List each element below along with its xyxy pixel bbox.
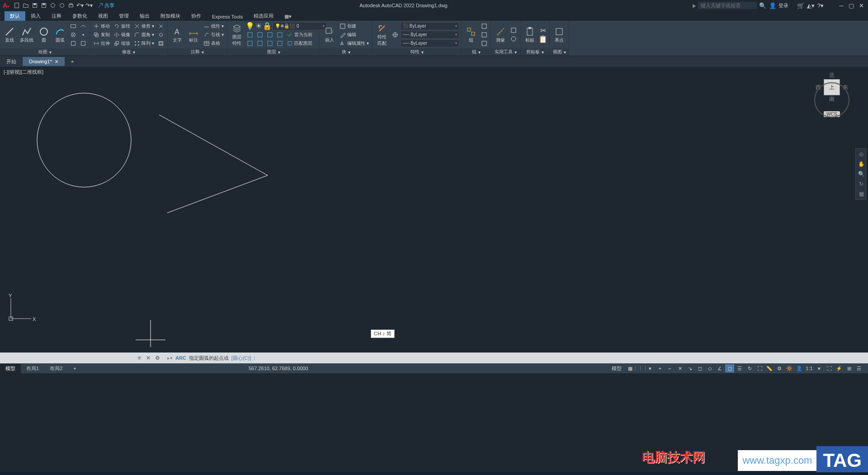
tab-parametric[interactable]: 参数化 xyxy=(67,11,93,21)
layout2-tab[interactable]: 布局2 xyxy=(44,364,68,373)
tab-featured[interactable]: 精选应用 xyxy=(248,11,279,21)
layer-i8-icon[interactable] xyxy=(275,39,284,47)
view-cube[interactable]: 北 西 上 东 南 WCS xyxy=(809,71,854,135)
drawing-viewport[interactable]: [-][俯视][二维线框] 北 西 上 东 南 WCS ◎ ✋ 🔍 ↻ ▦ Y … xyxy=(0,67,868,353)
linetype-selector[interactable]: ── ByLayer▾ xyxy=(401,39,459,47)
cycle-icon[interactable]: ↻ xyxy=(745,364,754,372)
tab-add-button[interactable]: + xyxy=(65,57,80,66)
pan-icon[interactable]: ✋ xyxy=(857,160,866,169)
copy-button[interactable]: 复制 xyxy=(92,31,111,39)
tab-view[interactable]: 视图 xyxy=(93,11,113,21)
scale-button[interactable]: 缩放 xyxy=(112,39,132,47)
table-button[interactable]: 表格 xyxy=(202,39,225,47)
tab-default[interactable]: 默认 xyxy=(5,11,25,21)
command-option[interactable]: [圆心(C)] xyxy=(231,355,251,362)
layer-props-button[interactable]: 图层 特性 xyxy=(229,22,245,47)
make-current-button[interactable]: 置为当前 xyxy=(285,31,314,39)
group-i2-icon[interactable] xyxy=(480,31,489,39)
layer-i5-icon[interactable] xyxy=(245,39,255,47)
stretch-button[interactable]: 拉伸 xyxy=(92,39,111,47)
zoom-extents-icon[interactable]: 🔍 xyxy=(857,169,866,179)
3dosnap-icon[interactable]: ◇ xyxy=(705,364,714,372)
edit-attr-button[interactable]: A编辑属性▾ xyxy=(338,39,370,47)
ws-icon[interactable]: ⚙ xyxy=(775,364,784,372)
infer-icon[interactable]: ▾ xyxy=(646,364,655,372)
command-line[interactable]: ≡ ✕ ⚙ ▸▾ ARC 指定圆弧的起点或 [圆心(C)] : xyxy=(0,353,868,363)
insert-block-button[interactable]: 插入 xyxy=(322,25,337,44)
new-icon[interactable] xyxy=(13,1,21,9)
cmd-cust-icon[interactable]: ⚙ xyxy=(154,354,161,362)
login-label[interactable]: 登录 xyxy=(778,2,788,9)
tab-output[interactable]: 输出 xyxy=(134,11,155,21)
paste-button[interactable]: 粘贴 xyxy=(522,25,538,44)
minimize-button[interactable]: ─ xyxy=(837,1,845,9)
iso2-icon[interactable]: ⊞ xyxy=(844,364,854,372)
cloud2-icon[interactable] xyxy=(58,1,66,9)
dyn-icon[interactable]: + xyxy=(656,364,665,372)
tab-manage[interactable]: 管理 xyxy=(113,11,134,21)
layer-selector[interactable]: 💡❄🔓⬛ 0▾ xyxy=(273,22,327,30)
group-i1-icon[interactable] xyxy=(480,22,489,30)
anno-icon[interactable]: ⛶ xyxy=(755,364,764,372)
cust-icon[interactable]: ▾ xyxy=(815,364,824,372)
move-button[interactable]: 移动 xyxy=(92,22,111,30)
offset-icon[interactable] xyxy=(156,39,165,47)
color-selector[interactable]: ⬛ ByLayer▾ xyxy=(401,22,459,30)
util-i2-icon[interactable] xyxy=(509,35,518,43)
match-layer-button[interactable]: 匹配图层 xyxy=(285,39,314,47)
copy-clip-icon[interactable]: 📋 xyxy=(538,35,547,43)
base-button[interactable]: 基点 xyxy=(552,25,567,44)
iso-icon[interactable]: ↘ xyxy=(685,364,694,372)
spline-icon[interactable] xyxy=(79,22,88,30)
edit-block-button[interactable]: 编辑 xyxy=(338,31,370,39)
erase-icon[interactable] xyxy=(156,22,165,30)
lineweight-selector[interactable]: ── ByLayer▾ xyxy=(401,31,459,39)
polyline-button[interactable]: 多段线 xyxy=(18,25,35,44)
line-button[interactable]: 直线 xyxy=(2,25,17,44)
tab-insert[interactable]: 插入 xyxy=(25,11,46,21)
saveas-icon[interactable] xyxy=(40,1,48,9)
dim-button[interactable]: 标注 xyxy=(186,25,201,44)
cut-icon[interactable]: ✂ xyxy=(538,26,547,34)
status-model-label[interactable]: 模型 xyxy=(609,364,625,372)
print-icon[interactable] xyxy=(67,1,75,9)
units-icon[interactable]: 1:1 xyxy=(805,364,814,372)
layer-sun-icon[interactable]: ☀ xyxy=(255,22,262,30)
text-button[interactable]: A文字 xyxy=(170,25,185,44)
util-i1-icon[interactable] xyxy=(509,26,518,34)
rect-icon[interactable] xyxy=(69,22,78,30)
hatch-icon[interactable] xyxy=(69,31,78,39)
autodesk-icon[interactable]: ◭▾ xyxy=(807,1,815,9)
layer-i4-icon[interactable] xyxy=(275,31,284,39)
am-icon[interactable]: 🔆 xyxy=(785,364,794,372)
explode-icon[interactable] xyxy=(156,31,165,39)
create-block-button[interactable]: 创建 xyxy=(338,22,370,30)
fillet-button[interactable]: 圆角▾ xyxy=(132,31,156,39)
save-icon[interactable] xyxy=(31,1,39,9)
hw-icon[interactable]: ⚡ xyxy=(835,364,844,372)
layer-i3-icon[interactable] xyxy=(265,31,274,39)
layout-add-button[interactable]: + xyxy=(68,364,81,372)
layer-i1-icon[interactable] xyxy=(245,31,255,39)
user-icon[interactable]: 👤 xyxy=(769,1,777,9)
color-wheel-icon[interactable] xyxy=(391,31,400,39)
region-icon[interactable] xyxy=(79,39,88,47)
layer-i7-icon[interactable] xyxy=(265,39,274,47)
ortho-icon[interactable]: ⌐ xyxy=(665,364,675,372)
linear-button[interactable]: 线性▾ xyxy=(202,22,225,30)
group-i3-icon[interactable] xyxy=(480,39,489,47)
clean-icon[interactable]: ⛶ xyxy=(825,364,834,372)
search-icon[interactable]: 🔍 xyxy=(759,1,767,9)
tab-express[interactable]: Express Tools xyxy=(207,13,248,21)
orbit-icon[interactable]: ↻ xyxy=(857,179,866,188)
mirror-button[interactable]: 镜像 xyxy=(112,31,132,39)
share-button[interactable]: 共享 xyxy=(98,2,114,9)
cart-icon[interactable]: 🛒 xyxy=(797,1,805,9)
tab-drawing1[interactable]: Drawing1*✕ xyxy=(23,57,65,66)
viewcube-ring-icon[interactable] xyxy=(814,82,849,118)
array-button[interactable]: 阵列▾ xyxy=(132,39,156,47)
search-input[interactable] xyxy=(698,2,757,9)
arc-button[interactable]: 圆弧 xyxy=(52,25,68,44)
snap-icon[interactable]: ⋮⋮⋮ xyxy=(636,364,645,372)
tab-annotate[interactable]: 注释 xyxy=(46,11,67,21)
